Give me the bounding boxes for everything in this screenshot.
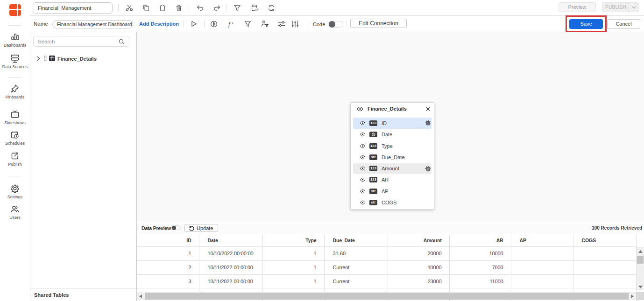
svg-text:f: f	[228, 21, 231, 28]
svg-text:x: x	[232, 21, 234, 25]
